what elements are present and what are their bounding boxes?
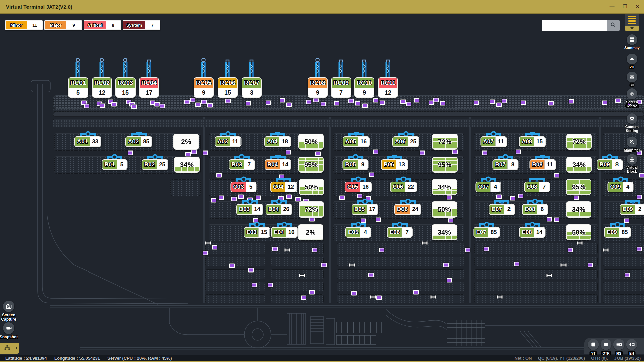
alarm-badge-system[interactable]: System7 — [123, 20, 160, 30]
alarm-badge-minor[interactable]: Minor11 — [5, 20, 43, 30]
container-marker — [357, 194, 362, 198]
crane-RC01[interactable]: RC015 — [68, 77, 88, 98]
container-marker — [547, 217, 552, 222]
yard-block-A07[interactable]: A0711 — [480, 136, 507, 147]
block-count-value: 85 — [619, 228, 630, 237]
yard-block-A05[interactable]: A0516 — [343, 136, 370, 147]
yard-block-C03[interactable]: C035 — [230, 182, 256, 192]
vehicle-filter-otr-button[interactable]: OTR — [601, 339, 612, 356]
container-marker — [548, 101, 554, 106]
yard-block-C05[interactable]: C0516 — [345, 182, 372, 192]
yard-block-B03[interactable]: B037 — [229, 159, 255, 170]
yard-block-A03[interactable]: A0311 — [215, 136, 241, 147]
block-count-value: 16 — [286, 228, 297, 237]
yard-block-D09[interactable]: D092 — [620, 204, 644, 215]
sidebar-item-3d[interactable]: 3D — [621, 72, 643, 87]
yard-block-B04[interactable]: B0414 — [265, 159, 291, 170]
sidebar-item-virtual-block[interactable]: Virtual Block — [621, 154, 643, 173]
crane-RC09[interactable]: RC097 — [331, 77, 351, 98]
crane-RC04[interactable]: RC0417 — [139, 77, 159, 98]
block-id-label: B08 — [530, 160, 544, 169]
crane-RC11[interactable]: RC1112 — [378, 77, 398, 98]
block-count-value: 7 — [244, 160, 254, 169]
yard-block-E08[interactable]: E0814 — [519, 227, 545, 238]
yard-block-C07[interactable]: C074 — [475, 182, 501, 192]
occupancy-value: 95% — [567, 180, 591, 194]
crane-RC07[interactable]: RC073 — [241, 77, 262, 98]
yard-block-E04[interactable]: E0416 — [271, 227, 298, 238]
search-button[interactable] — [607, 20, 620, 31]
menu-collapse-button[interactable] — [625, 26, 639, 31]
crane-RC02[interactable]: RC0212 — [92, 77, 112, 98]
container-marker — [286, 103, 292, 107]
block-id-label: C09 — [608, 182, 623, 192]
yard-block-E07[interactable]: E0785 — [473, 227, 500, 238]
yard-block-C06[interactable]: C0622 — [390, 182, 417, 192]
yard-block-D05[interactable]: D0517 — [352, 204, 378, 215]
yard-block-A06[interactable]: A0625 — [392, 136, 419, 147]
occupancy-badge: 2% — [298, 224, 323, 240]
crane-RC03[interactable]: RC0315 — [115, 77, 136, 98]
menu-button[interactable] — [625, 14, 639, 26]
container-marker — [272, 247, 278, 251]
vehicle-filter-eh-button[interactable]: EH — [626, 339, 637, 356]
crane-RC08[interactable]: RC089 — [308, 77, 328, 98]
sidebar-item-camera-setting[interactable]: Camera Setting — [621, 113, 643, 133]
yard-block-A08[interactable]: A0815 — [519, 136, 546, 147]
block-count-value: 15 — [534, 137, 545, 146]
yard-block-D06[interactable]: D0624 — [394, 204, 421, 215]
terminal-map[interactable]: A0133A0285A0311A0418A0516A0625A0711A0815… — [0, 0, 644, 362]
snapshot-button[interactable]: Snapshot — [0, 322, 22, 339]
search-input[interactable] — [542, 20, 607, 31]
vehicle-filter-rs-button[interactable]: RS — [613, 339, 625, 356]
crane-RC10[interactable]: RC109 — [354, 77, 374, 98]
yard-block-E06[interactable]: E067 — [387, 227, 413, 238]
sidebar-item-summay[interactable]: Summay — [621, 34, 643, 50]
yard-block-B01[interactable]: B015 — [102, 159, 127, 170]
yard-block-A04[interactable]: A0418 — [264, 136, 291, 147]
screen-capture-button[interactable]: Screen Capture — [0, 301, 22, 322]
yard-block-A01[interactable]: A0133 — [74, 136, 101, 147]
alarm-badge-critical[interactable]: Critical8 — [84, 20, 121, 30]
container-marker — [203, 151, 208, 155]
container-marker — [440, 101, 445, 106]
yard-block-B09[interactable]: B098 — [597, 159, 623, 170]
block-count-value: 15 — [259, 228, 270, 237]
sidebar-item-magnifier[interactable]: Magnifier — [621, 137, 643, 152]
yard-block-E09[interactable]: E0985 — [604, 227, 631, 238]
block-count-value: 2 — [635, 205, 644, 214]
container-marker — [321, 102, 326, 106]
crane-count-value: 12 — [379, 88, 397, 97]
yard-block-D04[interactable]: D0426 — [266, 204, 292, 215]
yard-block-C04[interactable]: C0412 — [270, 182, 297, 192]
yard-block-C09[interactable]: C094 — [607, 182, 633, 192]
minimize-button[interactable]: — — [608, 0, 616, 13]
yard-block-E05[interactable]: E054 — [345, 227, 371, 238]
yard-block-D03[interactable]: D0314 — [236, 204, 263, 215]
yard-block-D08[interactable]: D086 — [522, 204, 548, 215]
sidebar-item-2d[interactable]: 2D — [621, 54, 643, 69]
status-right: Net : ON QC (6/19), YT (123/200) OTR (0)… — [509, 355, 641, 361]
crane-RC06[interactable]: RC0615 — [218, 77, 238, 98]
truck-icon — [422, 242, 428, 245]
yard-block-B08[interactable]: B0811 — [529, 159, 556, 170]
yard-block-B05[interactable]: B059 — [342, 159, 368, 170]
maximize-button[interactable]: ❐ — [621, 0, 629, 13]
block-count-value: 26 — [281, 205, 292, 214]
yard-block-E03[interactable]: E0315 — [244, 227, 270, 238]
container-marker — [355, 101, 360, 106]
crane-RC05[interactable]: RC059 — [194, 77, 214, 98]
yard-block-D07[interactable]: D072 — [489, 204, 515, 215]
sidebar-item-screen-control[interactable]: Screen Control — [621, 88, 643, 108]
close-button[interactable]: ✕ — [634, 0, 641, 13]
alarm-badge-major[interactable]: Major9 — [44, 20, 82, 30]
yard-block-B07[interactable]: B078 — [492, 159, 518, 170]
crane-id-label: RC03 — [116, 78, 135, 88]
container-marker — [185, 152, 191, 157]
corner-layout-tab[interactable] — [0, 343, 19, 354]
yard-block-A02[interactable]: A0285 — [125, 136, 152, 147]
yard-block-B06[interactable]: B0613 — [381, 159, 408, 170]
yard-block-C08[interactable]: C087 — [524, 182, 550, 192]
yard-block-B02[interactable]: B0225 — [142, 159, 168, 170]
vehicle-filter-yt-button[interactable]: YT — [588, 339, 599, 356]
